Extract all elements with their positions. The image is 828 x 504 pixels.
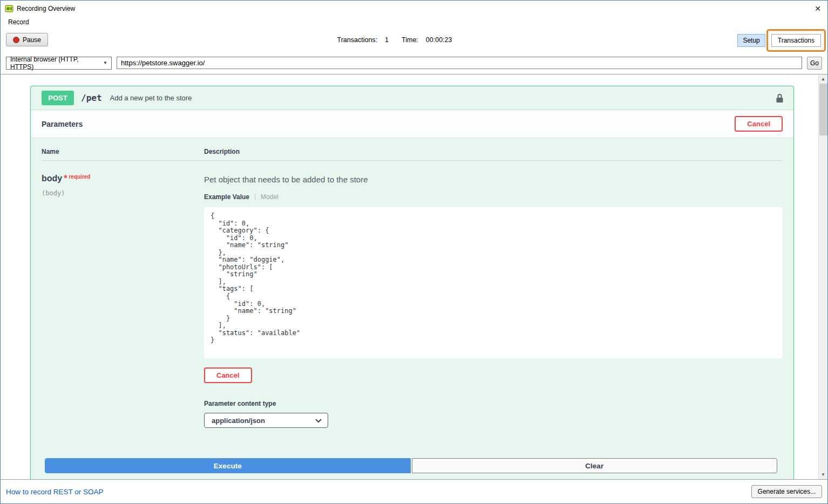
tab-setup[interactable]: Setup (737, 34, 765, 47)
app-icon (5, 4, 13, 13)
parameters-table: Name Description body*required (body) Pe… (31, 138, 793, 428)
tab-transactions[interactable]: Transactions (771, 34, 821, 47)
tab-model[interactable]: Model (261, 193, 279, 201)
close-icon[interactable]: ✕ (803, 5, 821, 12)
session-counters: Transactions: 1 Time: 00:00:23 (1, 28, 827, 52)
column-name: Name (42, 148, 204, 155)
tab-separator (255, 194, 255, 200)
param-name: body (42, 174, 62, 183)
view-tabs: Setup Transactions (737, 29, 826, 52)
endpoint-path: /pet (81, 93, 102, 103)
content-type-label: Parameter content type (204, 400, 783, 407)
menu-record[interactable]: Record (6, 17, 31, 27)
scroll-up-icon[interactable]: ▲ (819, 74, 827, 84)
example-json-editor[interactable]: { "id": 0, "category": { "id": 0, "name"… (204, 207, 783, 358)
endpoint-summary: Add a new pet to the store (110, 94, 192, 102)
clear-button[interactable]: Clear (412, 458, 778, 473)
content-type-select[interactable]: application/json (204, 413, 328, 428)
toolbar: Pause Transactions: 1 Time: 00:00:23 Set… (1, 28, 827, 52)
browser-viewport: POST /pet Add a new pet to the store Par… (1, 74, 827, 480)
scroll-down-icon[interactable]: ▼ (819, 470, 827, 479)
cancel-edit-button[interactable]: Cancel (204, 367, 252, 383)
execute-row: Execute Clear (31, 428, 793, 479)
swagger-page: POST /pet Add a new pet to the store Par… (1, 74, 818, 479)
opblock-post-pet: POST /pet Add a new pet to the store Par… (30, 86, 794, 479)
param-location: (body) (42, 189, 204, 197)
parameters-section-header: Parameters Cancel (31, 110, 793, 138)
footer: How to record REST or SOAP Generate serv… (1, 480, 827, 503)
time-value: 00:00:23 (426, 36, 452, 44)
model-tabs: Example Value Model (204, 193, 783, 201)
required-star: * (64, 174, 67, 183)
time-label: Time: (402, 36, 418, 44)
pause-label: Pause (23, 36, 41, 44)
browser-select-value: Internal browser (HTTP, HTTPS) (10, 56, 103, 71)
generate-services-button[interactable]: Generate services... (751, 485, 822, 498)
parameters-table-header: Name Description (42, 148, 783, 161)
addressbar: Internal browser (HTTP, HTTPS) ▼ Go (1, 52, 827, 74)
scrollbar[interactable]: ▲ ▼ (818, 74, 827, 479)
tab-example-value[interactable]: Example Value (204, 193, 249, 201)
window-title: Recording Overview (17, 5, 803, 12)
record-icon (13, 37, 19, 43)
method-badge: POST (42, 91, 74, 105)
lock-icon[interactable] (776, 93, 784, 103)
cancel-button[interactable]: Cancel (735, 116, 783, 132)
scrollbar-thumb[interactable] (819, 84, 827, 135)
parameters-title: Parameters (42, 120, 83, 128)
help-link[interactable]: How to record REST or SOAP (6, 488, 104, 496)
transactions-label: Transactions: (337, 36, 378, 44)
opblock-summary[interactable]: POST /pet Add a new pet to the store (31, 86, 793, 110)
chevron-down-icon: ▼ (103, 60, 107, 65)
transactions-highlight-annotation: Transactions (766, 29, 826, 52)
recording-overview-window: Recording Overview ✕ Record Pause Transa… (0, 0, 828, 504)
transactions-count: 1 (385, 36, 389, 44)
param-name-cell: body*required (body) (42, 174, 204, 428)
execute-button[interactable]: Execute (45, 458, 411, 473)
url-input[interactable] (117, 57, 802, 69)
go-button[interactable]: Go (807, 57, 822, 70)
column-description: Description (204, 148, 783, 155)
chevron-down-icon (315, 417, 322, 425)
pause-button[interactable]: Pause (6, 33, 48, 46)
browser-select[interactable]: Internal browser (HTTP, HTTPS) ▼ (6, 57, 112, 70)
param-description: Pet object that needs to be added to the… (204, 175, 783, 184)
menubar: Record (1, 16, 827, 28)
table-row: body*required (body) Pet object that nee… (42, 161, 783, 428)
content-type-value: application/json (212, 417, 265, 425)
required-label: required (69, 174, 90, 180)
param-description-cell: Pet object that needs to be added to the… (204, 174, 783, 428)
titlebar: Recording Overview ✕ (1, 1, 827, 16)
param-name-wrap: body*required (42, 174, 204, 183)
